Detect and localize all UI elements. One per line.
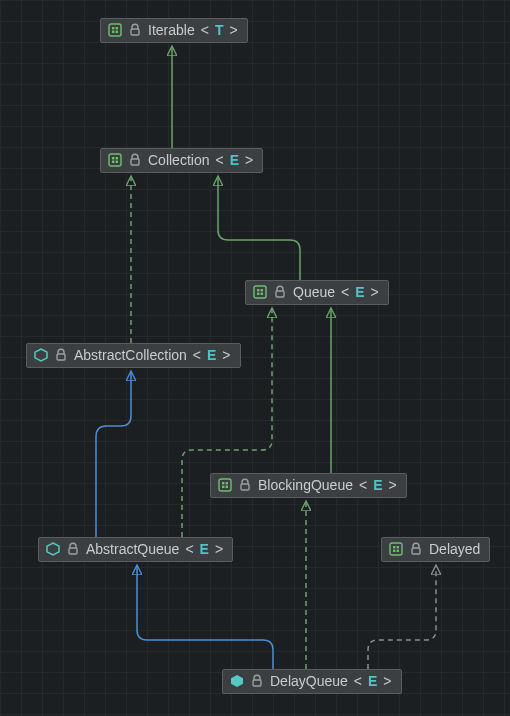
angle-open: < xyxy=(354,674,362,688)
interface-icon xyxy=(218,478,232,492)
svg-rect-9 xyxy=(112,161,114,163)
angle-close: > xyxy=(215,542,223,556)
svg-rect-31 xyxy=(412,548,420,554)
svg-rect-21 xyxy=(226,482,228,484)
svg-rect-26 xyxy=(390,543,402,555)
svg-rect-14 xyxy=(261,289,263,291)
node-blockingQueue[interactable]: BlockingQueue<E> xyxy=(210,473,407,498)
svg-rect-2 xyxy=(116,27,118,29)
angle-close: > xyxy=(388,478,396,492)
node-label: AbstractCollection xyxy=(74,348,187,362)
svg-rect-30 xyxy=(397,550,399,552)
type-param: E xyxy=(230,153,239,167)
unlocked-icon xyxy=(128,23,142,37)
angle-open: < xyxy=(215,153,223,167)
type-param: T xyxy=(215,23,224,37)
type-param: E xyxy=(368,674,377,688)
interface-icon xyxy=(108,153,122,167)
type-param: E xyxy=(200,542,209,556)
svg-rect-3 xyxy=(112,31,114,33)
svg-rect-15 xyxy=(257,293,259,295)
abstract-class-icon xyxy=(34,348,48,362)
svg-rect-29 xyxy=(393,550,395,552)
node-label: AbstractQueue xyxy=(86,542,179,556)
svg-rect-32 xyxy=(253,680,261,686)
svg-rect-7 xyxy=(112,157,114,159)
svg-rect-4 xyxy=(116,31,118,33)
angle-close: > xyxy=(383,674,391,688)
node-label: Iterable xyxy=(148,23,195,37)
svg-rect-13 xyxy=(257,289,259,291)
svg-rect-25 xyxy=(69,548,77,554)
node-label: Collection xyxy=(148,153,209,167)
svg-rect-28 xyxy=(397,546,399,548)
svg-rect-16 xyxy=(261,293,263,295)
svg-rect-10 xyxy=(116,161,118,163)
unlocked-icon xyxy=(238,478,252,492)
svg-rect-20 xyxy=(222,482,224,484)
svg-rect-11 xyxy=(131,159,139,165)
node-label: BlockingQueue xyxy=(258,478,353,492)
angle-open: < xyxy=(193,348,201,362)
interface-icon xyxy=(108,23,122,37)
angle-open: < xyxy=(341,285,349,299)
svg-rect-8 xyxy=(116,157,118,159)
angle-close: > xyxy=(245,153,253,167)
node-label: DelayQueue xyxy=(270,674,348,688)
svg-rect-17 xyxy=(276,291,284,297)
angle-close: > xyxy=(222,348,230,362)
svg-rect-1 xyxy=(112,27,114,29)
angle-close: > xyxy=(229,23,237,37)
type-param: E xyxy=(373,478,382,492)
node-collection[interactable]: Collection<E> xyxy=(100,148,263,173)
angle-open: < xyxy=(201,23,209,37)
abstract-class-icon xyxy=(46,542,60,556)
svg-rect-24 xyxy=(241,484,249,490)
unlocked-icon xyxy=(250,674,264,688)
unlocked-icon xyxy=(54,348,68,362)
svg-rect-6 xyxy=(109,154,121,166)
svg-rect-19 xyxy=(219,479,231,491)
interface-icon xyxy=(389,542,403,556)
node-delayed[interactable]: Delayed xyxy=(381,537,490,562)
angle-open: < xyxy=(359,478,367,492)
angle-open: < xyxy=(185,542,193,556)
unlocked-icon xyxy=(128,153,142,167)
unlocked-icon xyxy=(66,542,80,556)
interface-icon xyxy=(253,285,267,299)
angle-close: > xyxy=(371,285,379,299)
svg-rect-12 xyxy=(254,286,266,298)
type-param: E xyxy=(355,285,364,299)
type-param: E xyxy=(207,348,216,362)
node-label: Queue xyxy=(293,285,335,299)
svg-rect-23 xyxy=(226,486,228,488)
svg-rect-0 xyxy=(109,24,121,36)
node-iterable[interactable]: Iterable<T> xyxy=(100,18,248,43)
unlocked-icon xyxy=(273,285,287,299)
svg-rect-27 xyxy=(393,546,395,548)
node-abstractQueue[interactable]: AbstractQueue<E> xyxy=(38,537,233,562)
unlocked-icon xyxy=(409,542,423,556)
node-abstractCollection[interactable]: AbstractCollection<E> xyxy=(26,343,241,368)
svg-rect-18 xyxy=(57,354,65,360)
svg-rect-22 xyxy=(222,486,224,488)
class-icon xyxy=(230,674,244,688)
node-delayQueue[interactable]: DelayQueue<E> xyxy=(222,669,402,694)
node-queue[interactable]: Queue<E> xyxy=(245,280,389,305)
node-label: Delayed xyxy=(429,542,480,556)
svg-rect-5 xyxy=(131,29,139,35)
